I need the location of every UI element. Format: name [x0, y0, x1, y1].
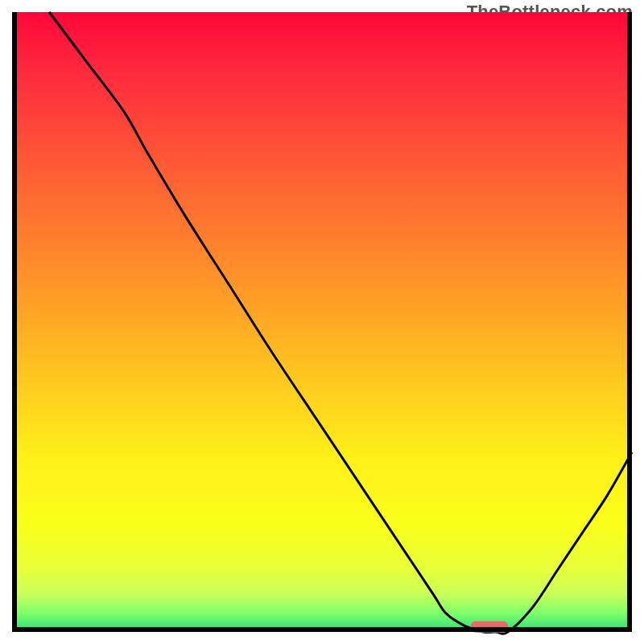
y-axis-right — [627, 12, 632, 632]
y-axis-left — [12, 12, 17, 632]
x-axis — [12, 627, 632, 632]
axis-frame — [12, 12, 632, 632]
chart-container: TheBottleneck.com — [0, 0, 644, 644]
